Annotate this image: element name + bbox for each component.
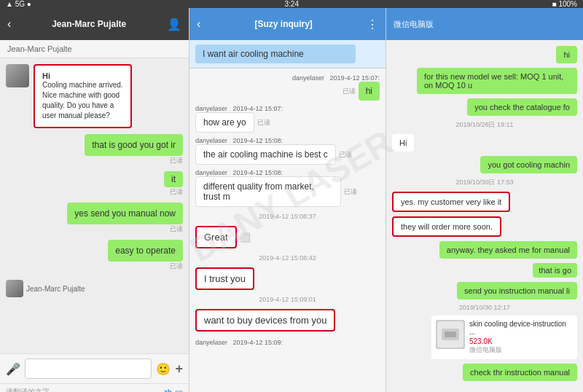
- translate-zh[interactable]: zh: [164, 388, 172, 393]
- mid-icon-great: ⬜: [240, 232, 251, 243]
- middle-back-icon[interactable]: ‹: [197, 17, 200, 31]
- right-ts-1: 2019/10/26日 19:11: [392, 120, 577, 130]
- top-message: I want air cooling machine: [195, 44, 356, 63]
- mid-message-great: Great: [195, 226, 237, 248]
- right-chat-panel: 微信电脑版 hi for this new model we sell: MOQ…: [386, 8, 583, 392]
- middle-chat-panel: ‹ [Suzy inquiry] ⋮ I want air cooling ma…: [189, 8, 386, 392]
- middle-messages: danyelaser 2019-4-12 15:07: 已读 hi danyel…: [189, 68, 386, 392]
- mid-sender-1: danyelaser 2019-4-12 15:07:: [292, 74, 380, 82]
- right-msg-4: Hi: [392, 134, 414, 152]
- back-icon[interactable]: ‹: [7, 17, 11, 31]
- left-input-area: 🎤 🙂 +: [0, 353, 189, 383]
- message-received-1: Hi Cooling machine arrived.Nice machine …: [34, 64, 132, 128]
- right-msg-10: send you instruction manual li: [457, 282, 577, 299]
- product-size: 523.0K: [469, 337, 573, 345]
- right-msg-5: you got cooling machin: [480, 156, 577, 173]
- person-icon[interactable]: 👤: [167, 17, 181, 31]
- translate-en[interactable]: en: [175, 388, 183, 393]
- product-name: skin cooling device-instruction ...: [469, 320, 573, 336]
- product-source: 微信电脑版: [469, 345, 573, 355]
- read-status: 已读: [170, 156, 183, 165]
- mid-timestamp-2: 2019-4-12 15:08:42: [195, 254, 380, 262]
- message-sent-3: yes send you manual now: [67, 203, 183, 224]
- middle-menu-icon[interactable]: ⋮: [367, 17, 378, 31]
- product-thumbnail: [436, 320, 465, 349]
- right-msg-7: they will order more soon.: [392, 216, 501, 237]
- right-header: 微信电脑版: [386, 8, 583, 40]
- right-msg-12: check thr instruction manual: [463, 364, 577, 381]
- mic-icon[interactable]: 🎤: [6, 362, 20, 376]
- left-messages: Hi Cooling machine arrived.Nice machine …: [0, 58, 189, 353]
- message-input[interactable]: [25, 358, 152, 379]
- left-chat-panel: ‹ Jean-Marc Pujalte 👤 Jean-Marc Pujalte: [0, 8, 189, 392]
- right-header-label: 微信电脑版: [394, 19, 434, 30]
- mid-sender-2: danyelaser 2019-4-12 15:07:: [195, 105, 283, 112]
- contact-name-footer: Jean-Marc Pujalte: [26, 285, 85, 293]
- mid-sender-5: danyelaser 2019-4-12 15:09:: [195, 339, 283, 346]
- right-msg-1: hi: [556, 46, 577, 63]
- mid-timestamp-1: 2019-4-12 15:08:37: [195, 213, 380, 220]
- message-sent-1: that is good you got ir: [85, 134, 183, 156]
- right-msg-3: you check the catalogue fo: [467, 98, 577, 116]
- status-time: 3:24: [284, 0, 298, 8]
- svg-rect-2: [445, 332, 456, 337]
- left-header-title: Jean-Marc Pujalte: [52, 19, 126, 29]
- right-ts-2: 2019/10/30日 17:53: [392, 178, 577, 187]
- mid-message-3: the air cooling machine is best c: [195, 144, 336, 165]
- add-icon[interactable]: +: [175, 361, 183, 377]
- status-icons: ▲ 5G ●: [6, 0, 31, 8]
- mid-message-buy: want to buy devices from you: [195, 309, 335, 332]
- right-msg-9: that is go: [533, 263, 577, 278]
- product-card: skin cooling device-instruction ... 523.…: [431, 315, 577, 359]
- mid-message-1: hi: [359, 82, 380, 101]
- middle-header-title: [Suzy inquiry]: [254, 19, 312, 29]
- right-msg-8: anyway. they asked me for manual: [439, 241, 577, 259]
- product-info: skin cooling device-instruction ... 523.…: [469, 320, 573, 355]
- mid-message-trust: I trust you: [195, 267, 254, 290]
- read-status-2: 已读: [170, 187, 183, 197]
- mid-timestamp-3: 2019-4-12 15:09:01: [195, 296, 380, 303]
- left-header: ‹ Jean-Marc Pujalte 👤: [0, 8, 189, 40]
- mid-sender-4: danyelaser 2019-4-12 15:08:: [195, 169, 283, 176]
- avatar: [6, 64, 29, 87]
- status-bar: ▲ 5G ● 3:24 ■ 100%: [0, 0, 583, 8]
- right-messages: hi for this new model we sell: MOQ 1 uni…: [386, 40, 583, 392]
- avatar-2: [6, 280, 23, 297]
- translate-label: 请翻译的文字...: [6, 387, 55, 392]
- emoji-icon[interactable]: 🙂: [156, 362, 171, 376]
- message-sent-4: easy to operate: [108, 240, 183, 262]
- right-msg-2: for this new model we sell: MOQ 1 unit, …: [417, 68, 577, 94]
- right-ts-3: 2019/10/30 12:17: [392, 304, 577, 311]
- mid-message-2: how are yo: [195, 112, 254, 133]
- message-sent-2: it: [164, 171, 183, 187]
- mid-message-4: different quality from market, trust m: [195, 176, 341, 207]
- read-status-3: 已读: [170, 224, 183, 234]
- left-contact-bar: Jean-Marc Pujalte: [0, 40, 189, 58]
- right-msg-6: yes. my customer very like it: [392, 192, 510, 212]
- contact-name: Jean-Marc Pujalte: [7, 44, 72, 53]
- translate-bar: 请翻译的文字... zh en: [0, 383, 189, 392]
- mid-sender-3: danyelaser 2019-4-12 15:08:: [195, 137, 283, 144]
- status-battery: ■ 100%: [552, 0, 577, 8]
- middle-header: ‹ [Suzy inquiry] ⋮: [189, 8, 386, 40]
- read-status-4: 已读: [170, 262, 183, 271]
